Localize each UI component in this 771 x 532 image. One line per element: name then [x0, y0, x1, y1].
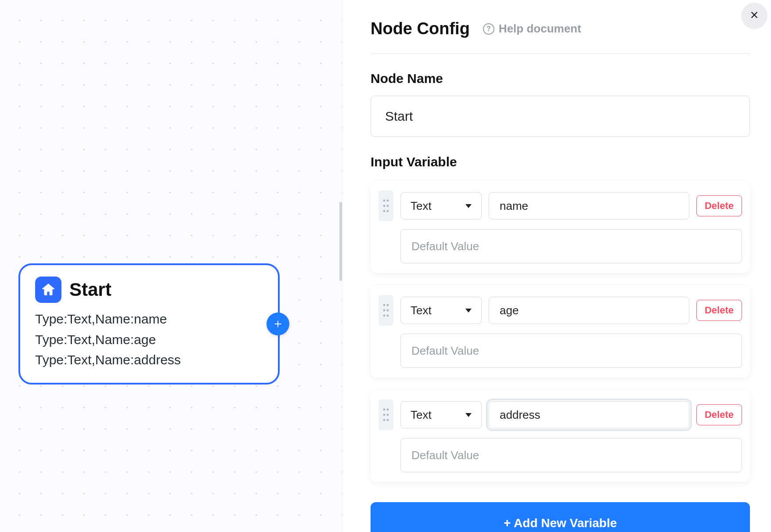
- input-variable-label: Input Variable: [371, 155, 750, 169]
- svg-point-9: [387, 309, 389, 312]
- close-icon: [749, 10, 759, 22]
- default-value-input[interactable]: [400, 229, 742, 263]
- node-title: Start: [69, 279, 112, 300]
- svg-point-5: [387, 210, 389, 212]
- add-variable-button[interactable]: + Add New Variable: [371, 502, 750, 532]
- variable-type-select[interactable]: Text: [400, 297, 482, 324]
- variable-type-label: Text: [411, 199, 432, 213]
- default-value-input[interactable]: [400, 438, 742, 472]
- node-variable-line: Type:Text,Name:name: [35, 309, 263, 330]
- add-node-button[interactable]: [267, 313, 289, 335]
- svg-point-11: [387, 315, 389, 317]
- help-link[interactable]: ? Help document: [483, 22, 581, 36]
- svg-point-14: [383, 414, 386, 416]
- svg-point-8: [383, 309, 386, 312]
- svg-point-17: [387, 419, 389, 421]
- variables-list: TextDeleteTextDeleteTextDelete: [371, 181, 750, 482]
- svg-point-10: [383, 315, 386, 317]
- variable-card: TextDelete: [371, 285, 750, 377]
- drag-handle-icon[interactable]: [378, 399, 393, 430]
- node-header: Start: [35, 277, 263, 303]
- svg-point-6: [383, 304, 386, 306]
- divider: [371, 53, 750, 54]
- chevron-down-icon: [465, 204, 472, 208]
- help-icon: ?: [483, 23, 494, 35]
- variable-name-input[interactable]: [489, 192, 689, 219]
- panel-title: Node Config: [371, 19, 470, 38]
- svg-point-13: [387, 409, 389, 411]
- variable-row: TextDelete: [378, 191, 742, 221]
- help-link-label: Help document: [499, 22, 581, 36]
- node-variable-line: Type:Text,Name:age: [35, 330, 263, 350]
- variable-name-input[interactable]: [489, 401, 689, 428]
- chevron-down-icon: [465, 309, 472, 313]
- svg-point-3: [387, 205, 389, 207]
- node-name-input[interactable]: [371, 96, 750, 137]
- delete-variable-button[interactable]: Delete: [696, 195, 742, 216]
- variable-card: TextDelete: [371, 390, 750, 482]
- svg-point-7: [387, 304, 389, 306]
- node-name-label: Node Name: [371, 71, 750, 86]
- svg-point-4: [383, 210, 386, 212]
- variable-type-select[interactable]: Text: [400, 192, 482, 219]
- variable-row: TextDelete: [378, 399, 742, 430]
- svg-point-15: [387, 414, 389, 416]
- svg-point-0: [383, 200, 386, 202]
- canvas-scrollbar[interactable]: [339, 202, 342, 281]
- svg-point-12: [383, 409, 386, 411]
- drag-handle-icon[interactable]: [378, 295, 393, 326]
- node-body: Type:Text,Name:name Type:Text,Name:age T…: [35, 309, 263, 370]
- delete-variable-button[interactable]: Delete: [696, 404, 742, 425]
- variable-row: TextDelete: [378, 295, 742, 326]
- variable-card: TextDelete: [371, 181, 750, 273]
- home-icon: [35, 277, 61, 303]
- delete-variable-button[interactable]: Delete: [696, 300, 742, 321]
- chevron-down-icon: [465, 413, 472, 417]
- variable-type-label: Text: [411, 408, 432, 422]
- variable-type-label: Text: [411, 304, 432, 317]
- node-config-panel: Node Config ? Help document Node Name In…: [342, 0, 771, 532]
- close-button[interactable]: [741, 3, 767, 29]
- start-node[interactable]: Start Type:Text,Name:name Type:Text,Name…: [18, 263, 280, 385]
- svg-point-16: [383, 419, 386, 421]
- drag-handle-icon[interactable]: [378, 191, 393, 221]
- workflow-canvas[interactable]: Start Type:Text,Name:name Type:Text,Name…: [0, 0, 342, 532]
- variable-name-input[interactable]: [489, 297, 689, 324]
- default-value-input[interactable]: [400, 334, 742, 368]
- svg-point-1: [387, 200, 389, 202]
- variable-type-select[interactable]: Text: [400, 401, 482, 428]
- node-variable-line: Type:Text,Name:address: [35, 350, 263, 370]
- svg-point-2: [383, 205, 386, 207]
